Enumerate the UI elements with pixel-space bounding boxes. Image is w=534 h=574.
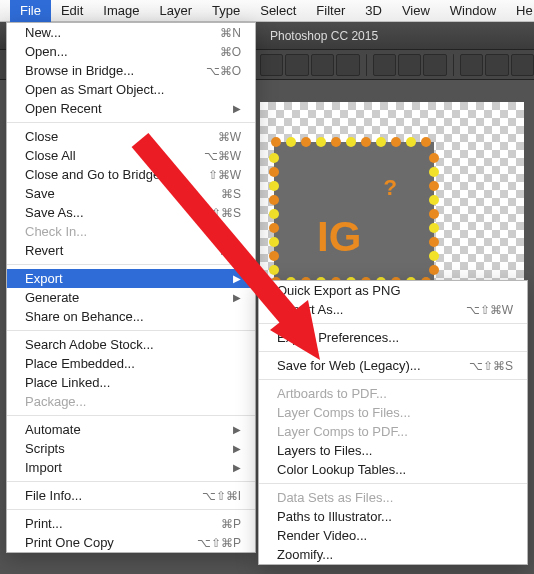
toolbar-button[interactable]: [373, 54, 396, 76]
toolbar-button[interactable]: [511, 54, 534, 76]
app-title: Photoshop CC 2015: [270, 29, 378, 43]
menu-item-close-and-go-to-bridge[interactable]: Close and Go to Bridge...⇧⌘W: [7, 165, 255, 184]
menu-item-search-adobe-stock[interactable]: Search Adobe Stock...: [7, 335, 255, 354]
menu-item-label: Export As...: [277, 302, 343, 317]
toolbar-button[interactable]: [398, 54, 421, 76]
menu-item-label: Place Embedded...: [25, 356, 135, 371]
toolbar-button[interactable]: [423, 54, 446, 76]
toolbar-button[interactable]: [260, 54, 283, 76]
menubar-item-filter[interactable]: Filter: [306, 0, 355, 22]
menu-item-shortcut: ⌘P: [221, 517, 241, 531]
menu-item-print-one-copy[interactable]: Print One Copy⌥⇧⌘P: [7, 533, 255, 552]
menu-item-layers-to-files[interactable]: Layers to Files...: [259, 441, 527, 460]
menu-item-file-info[interactable]: File Info...⌥⇧⌘I: [7, 486, 255, 505]
doc-text: IG: [317, 213, 361, 261]
menu-item-generate[interactable]: Generate▶: [7, 288, 255, 307]
menubar-item-view[interactable]: View: [392, 0, 440, 22]
menu-item-label: Close and Go to Bridge...: [25, 167, 171, 182]
menu-item-label: Layer Comps to PDF...: [277, 424, 408, 439]
menubar-item-3d[interactable]: 3D: [355, 0, 392, 22]
menu-item-open-recent[interactable]: Open Recent▶: [7, 99, 255, 118]
menu-item-new[interactable]: New...⌘N: [7, 23, 255, 42]
menubar: FileEditImageLayerTypeSelectFilter3DView…: [0, 0, 534, 22]
menu-item-shortcut: ⌥⇧⌘W: [466, 303, 513, 317]
menu-item-shortcut: ⇧⌘W: [208, 168, 241, 182]
submenu-arrow-icon: ▶: [233, 273, 241, 284]
menu-item-artboards-to-pdf: Artboards to PDF...: [259, 384, 527, 403]
menu-item-revert[interactable]: RevertF12: [7, 241, 255, 260]
menu-item-save-as[interactable]: Save As...⇧⌘S: [7, 203, 255, 222]
menu-item-open[interactable]: Open...⌘O: [7, 42, 255, 61]
menu-item-close-all[interactable]: Close All⌥⌘W: [7, 146, 255, 165]
menu-item-paths-to-illustrator[interactable]: Paths to Illustrator...: [259, 507, 527, 526]
toolbar-button[interactable]: [485, 54, 508, 76]
menu-item-label: Print...: [25, 516, 63, 531]
menu-item-shortcut: ⌘W: [218, 130, 241, 144]
menubar-item-window[interactable]: Window: [440, 0, 506, 22]
menu-item-place-embedded[interactable]: Place Embedded...: [7, 354, 255, 373]
menu-item-share-on-behance[interactable]: Share on Behance...: [7, 307, 255, 326]
menu-item-layer-comps-to-pdf: Layer Comps to PDF...: [259, 422, 527, 441]
menu-item-export[interactable]: Export▶: [7, 269, 255, 288]
doc-question-mark: ?: [384, 175, 397, 201]
menu-item-label: Generate: [25, 290, 79, 305]
menubar-item-type[interactable]: Type: [202, 0, 250, 22]
menu-item-label: Render Video...: [277, 528, 367, 543]
menu-item-shortcut: ⇧⌘S: [211, 206, 241, 220]
menubar-item-he[interactable]: He: [506, 0, 534, 22]
menu-item-save[interactable]: Save⌘S: [7, 184, 255, 203]
menu-item-color-lookup-tables[interactable]: Color Lookup Tables...: [259, 460, 527, 479]
submenu-arrow-icon: ▶: [233, 103, 241, 114]
menu-item-export-preferences[interactable]: Export Preferences...: [259, 328, 527, 347]
menu-item-save-for-web-legacy[interactable]: Save for Web (Legacy)...⌥⇧⌘S: [259, 356, 527, 375]
menubar-item-image[interactable]: Image: [93, 0, 149, 22]
menu-item-label: Place Linked...: [25, 375, 110, 390]
toolbar-button[interactable]: [311, 54, 334, 76]
menu-item-label: Check In...: [25, 224, 87, 239]
menu-item-label: Open...: [25, 44, 68, 59]
submenu-arrow-icon: ▶: [233, 424, 241, 435]
menu-item-browse-in-bridge[interactable]: Browse in Bridge...⌥⌘O: [7, 61, 255, 80]
menubar-item-layer[interactable]: Layer: [150, 0, 203, 22]
menu-item-shortcut: ⌥⇧⌘S: [469, 359, 513, 373]
toolbar-button[interactable]: [336, 54, 359, 76]
menu-item-import[interactable]: Import▶: [7, 458, 255, 477]
menubar-item-file[interactable]: File: [10, 0, 51, 22]
menu-item-label: Search Adobe Stock...: [25, 337, 154, 352]
menu-item-shortcut: F12: [220, 244, 241, 258]
menu-separator: [259, 379, 527, 380]
menu-separator: [7, 122, 255, 123]
submenu-arrow-icon: ▶: [233, 462, 241, 473]
menu-separator: [259, 483, 527, 484]
menubar-item-edit[interactable]: Edit: [51, 0, 93, 22]
menu-item-shortcut: ⌘O: [220, 45, 241, 59]
menu-item-render-video[interactable]: Render Video...: [259, 526, 527, 545]
menu-item-label: Print One Copy: [25, 535, 114, 550]
submenu-arrow-icon: ▶: [233, 292, 241, 303]
menu-item-quick-export-as-png[interactable]: Quick Export as PNG: [259, 281, 527, 300]
menu-item-label: Paths to Illustrator...: [277, 509, 392, 524]
menu-item-label: File Info...: [25, 488, 82, 503]
menu-item-layer-comps-to-files: Layer Comps to Files...: [259, 403, 527, 422]
menu-item-close[interactable]: Close⌘W: [7, 127, 255, 146]
menu-item-scripts[interactable]: Scripts▶: [7, 439, 255, 458]
menu-item-shortcut: ⌥⇧⌘I: [202, 489, 241, 503]
menu-separator: [7, 264, 255, 265]
menu-item-print[interactable]: Print...⌘P: [7, 514, 255, 533]
menu-item-label: Save As...: [25, 205, 84, 220]
menu-item-shortcut: ⌘S: [221, 187, 241, 201]
menu-separator: [7, 481, 255, 482]
menu-item-zoomify[interactable]: Zoomify...: [259, 545, 527, 564]
menu-item-export-as[interactable]: Export As...⌥⇧⌘W: [259, 300, 527, 319]
toolbar-button[interactable]: [285, 54, 308, 76]
toolbar-button[interactable]: [460, 54, 483, 76]
menu-item-label: Layers to Files...: [277, 443, 372, 458]
menu-item-shortcut: ⌥⌘O: [206, 64, 241, 78]
menu-separator: [259, 323, 527, 324]
menu-item-shortcut: ⌥⇧⌘P: [197, 536, 241, 550]
menubar-item-select[interactable]: Select: [250, 0, 306, 22]
menu-item-automate[interactable]: Automate▶: [7, 420, 255, 439]
menu-item-open-as-smart-object[interactable]: Open as Smart Object...: [7, 80, 255, 99]
menu-item-place-linked[interactable]: Place Linked...: [7, 373, 255, 392]
menu-item-shortcut: ⌘N: [220, 26, 241, 40]
